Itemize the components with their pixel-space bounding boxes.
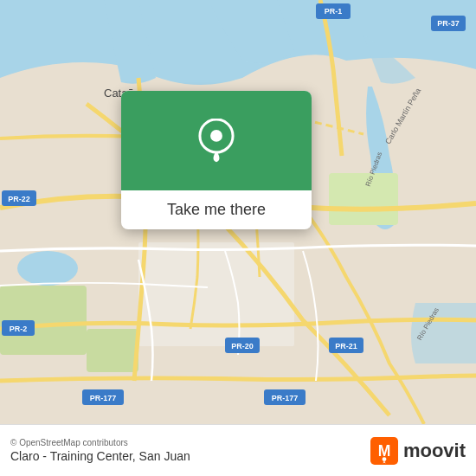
svg-point-32 <box>210 130 222 142</box>
svg-text:PR-177: PR-177 <box>272 394 299 402</box>
svg-point-1 <box>17 251 78 286</box>
svg-text:PR-37: PR-37 <box>437 19 460 28</box>
svg-rect-3 <box>87 329 138 372</box>
take-me-there-button[interactable]: Take me there <box>121 190 312 229</box>
map-area[interactable]: PR-1 PR-37 PR-22 PR-22 PR-2 PR-20 PR-21 … <box>0 0 476 424</box>
svg-text:PR-177: PR-177 <box>90 394 117 402</box>
svg-text:PR-1: PR-1 <box>325 7 343 16</box>
location-pin-icon <box>194 119 239 164</box>
svg-text:PR-2: PR-2 <box>10 325 28 333</box>
svg-text:PR-20: PR-20 <box>231 342 254 351</box>
moovit-logo-icon: M <box>370 437 398 465</box>
bottom-left-info: © OpenStreetMap contributors Claro - Tra… <box>10 438 190 463</box>
svg-rect-4 <box>329 173 398 225</box>
bottom-bar: © OpenStreetMap contributors Claro - Tra… <box>0 424 476 476</box>
popup-green-area <box>121 91 312 190</box>
moovit-brand-text: moovit <box>403 440 466 462</box>
location-name: Claro - Training Center, San Juan <box>10 449 190 463</box>
svg-text:PR-21: PR-21 <box>335 342 357 351</box>
popup-card: Take me there <box>121 91 312 229</box>
map-attribution: © OpenStreetMap contributors <box>10 438 190 447</box>
svg-text:PR-22: PR-22 <box>8 195 30 203</box>
svg-text:M: M <box>378 441 391 459</box>
moovit-logo[interactable]: M moovit <box>370 437 466 465</box>
svg-rect-5 <box>138 242 294 346</box>
